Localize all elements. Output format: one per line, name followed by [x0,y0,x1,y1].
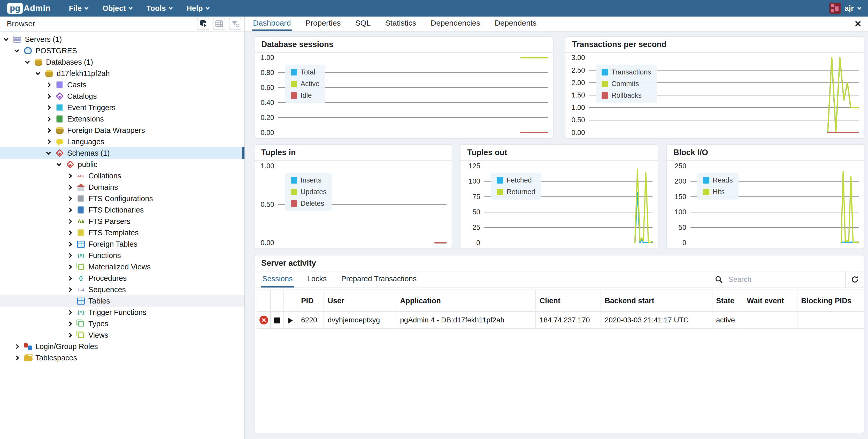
expander-icon[interactable] [46,128,51,133]
tree-item-extensions[interactable]: Extensions [0,113,244,125]
expander-icon[interactable] [46,94,51,98]
expander-icon[interactable] [67,276,72,281]
tree-item-label: Foreign Tables [88,240,137,248]
tree-item-servers-1[interactable]: Servers (1) [0,34,244,45]
tree-item-fts-parsers[interactable]: AaFTS Parsers [0,215,244,227]
tree-item-d17fekh11pf2ah[interactable]: d17fekh11pf2ah [0,68,244,79]
expander-icon[interactable] [46,83,51,87]
legend-label: Inserts [301,176,321,184]
tab-statistics[interactable]: Statistics [384,17,417,31]
tab-dashboard[interactable]: Dashboard [252,17,292,31]
expander-icon[interactable] [14,48,19,52]
expander-icon[interactable] [67,321,72,326]
tree-item-foreign-data-wrappers[interactable]: Foreign Data Wrappers [0,125,244,136]
filtered-rows-button[interactable] [229,18,241,30]
tree-item-fts-templates[interactable]: FTS Templates [0,227,244,238]
tree-item-casts[interactable]: Casts [0,79,244,90]
tree-item-tablespaces[interactable]: Tablespaces [0,352,244,363]
expander-icon[interactable] [67,219,72,224]
tree-item-procedures[interactable]: {}Procedures [0,272,244,284]
tab-dependents[interactable]: Dependents [494,17,537,31]
expander-icon[interactable] [14,344,19,349]
expander-icon[interactable] [67,196,72,201]
expander-icon[interactable] [67,242,72,246]
expander-icon[interactable] [35,70,40,75]
tree-item-foreign-tables[interactable]: Foreign Tables [0,238,244,250]
expander-icon[interactable] [14,355,19,360]
tab-prepared-transactions[interactable]: Prepared Transactions [340,271,417,288]
tree-item-databases-1[interactable]: Databases (1) [0,56,244,68]
y-tick-label: 0 [682,239,686,247]
tab-locks[interactable]: Locks [306,271,328,288]
expander-icon[interactable] [4,36,8,41]
tree-item-domains[interactable]: Domains [0,181,244,193]
plot-area: ReadsHits [690,163,859,246]
expander-icon[interactable] [57,161,61,166]
expander-icon[interactable] [67,208,72,212]
view-data-button[interactable] [213,18,225,30]
tab-dependencies[interactable]: Dependencies [430,17,481,31]
tree-item-fts-configurations[interactable]: FTS Configurations [0,193,244,204]
tree-item-sequences[interactable]: 1..3Sequences [0,284,244,295]
expander-icon[interactable] [67,333,72,338]
expander-icon[interactable] [67,253,72,258]
chart-legend: TotalActiveIdle [285,65,326,103]
cell-wait-event [743,312,797,329]
user-menu[interactable]: ajr [829,3,861,14]
browser-panel: Browser [0,17,245,439]
menubar: FileObjectToolsHelp [69,4,829,13]
tab-sql[interactable]: SQL [354,17,372,31]
tree-item-public[interactable]: public [0,159,244,170]
tree-item-trigger-functions[interactable]: {≡}Trigger Functions [0,306,244,318]
tab-properties[interactable]: Properties [305,17,342,31]
legend-swatch [291,81,297,87]
legend-idle: Idle [291,91,320,99]
tree-item-event-triggers[interactable]: Event Triggers [0,102,244,113]
tree-item-languages[interactable]: Languages [0,136,244,147]
card-tuples-in: Tuples in 1.000.500.00InsertsUpdatesDele… [254,144,452,249]
tree-item-tables[interactable]: Tables [0,295,244,306]
chevron-down-icon [128,5,132,9]
close-icon[interactable]: × [855,19,861,28]
tab-sessions[interactable]: Sessions [261,271,294,288]
tree-item-login-group-roles[interactable]: Login/Group Roles [0,341,244,352]
cancel-query-icon[interactable] [274,318,280,323]
expander-icon[interactable] [25,59,29,64]
menu-tools[interactable]: Tools [147,4,172,13]
tree-item-catalogs[interactable]: Catalogs [0,90,244,102]
expander-icon[interactable] [46,139,51,144]
tree-item-collations[interactable]: AB↓Collations [0,170,244,181]
tree-item-types[interactable]: Types [0,318,244,329]
tree-item-functions[interactable]: {≡}Functions [0,250,244,261]
view-data-grid-icon [215,20,223,28]
servers-icon [12,34,23,44]
tree-item-fts-dictionaries[interactable]: FTS Dictionaries [0,204,244,215]
menu-object[interactable]: Object [102,4,132,13]
refresh-button[interactable] [845,271,864,288]
tree-item-postgres[interactable]: POSTGRES [0,45,244,56]
expander-icon[interactable] [46,105,51,110]
expander-icon[interactable] [67,264,72,269]
expander-icon[interactable] [67,287,72,292]
expander-icon[interactable] [67,310,72,315]
expander-icon[interactable] [46,150,51,155]
expander-icon[interactable] [67,185,72,189]
menu-help[interactable]: Help [187,4,209,13]
expander-icon[interactable] [67,230,72,235]
tree-item-materialized-views[interactable]: Materialized Views [0,261,244,272]
search-input[interactable] [728,275,839,284]
menu-label: Object [102,4,126,13]
expander-icon[interactable] [46,117,51,121]
menu-file[interactable]: File [69,4,88,13]
y-tick-label: 1.50 [571,91,585,99]
legend-reads: Reads [703,176,733,184]
expand-row-icon[interactable] [288,318,293,323]
tree-item-views[interactable]: Views [0,329,244,341]
tree-item-label: Schemas (1) [67,149,110,157]
terminate-session-icon[interactable] [259,316,268,324]
cell-blocking-pids [797,312,864,329]
pgadmin-logo[interactable]: pg Admin [7,3,51,14]
query-tool-button[interactable] [197,18,209,30]
expander-icon[interactable] [67,174,72,178]
tree-item-schemas-1[interactable]: Schemas (1) [0,147,244,159]
